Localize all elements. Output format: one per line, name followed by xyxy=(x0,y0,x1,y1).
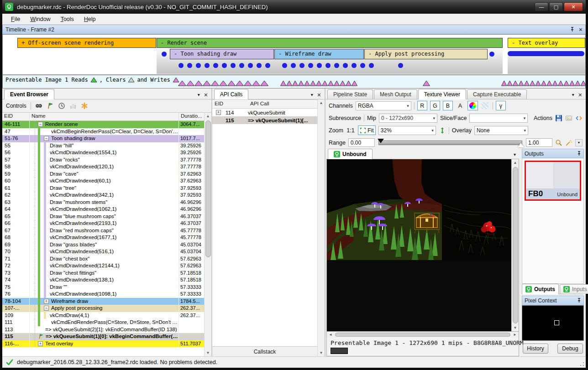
overlay-select[interactable]: None▾ xyxy=(474,126,528,135)
tab-outputs[interactable]: Outputs xyxy=(522,284,559,294)
maximize-button[interactable]: ▢ xyxy=(549,2,563,11)
panel-close-icon[interactable]: × xyxy=(578,93,582,97)
colorwheel-button[interactable] xyxy=(467,101,478,110)
tab-inputs[interactable]: Inputs xyxy=(560,284,588,294)
event-row[interactable]: 75Draw ""57.33333 xyxy=(2,284,204,291)
panel-close-icon[interactable]: × xyxy=(317,93,321,97)
api-call-row[interactable]: 115=> vkQueueSubmit(1)[... xyxy=(212,116,317,124)
timeline-postproc-dots[interactable] xyxy=(398,63,403,68)
pin-icon[interactable] xyxy=(577,151,581,156)
event-row[interactable]: 62vkCmdDrawIndexed(342,1)37.92593 xyxy=(2,192,204,199)
event-row[interactable]: 57Draw "rocks"37.77778 xyxy=(2,156,204,164)
close-button[interactable]: ✕ xyxy=(564,2,583,11)
timeline-bar-offscreen[interactable]: + Off-screen scene rendering xyxy=(17,38,156,48)
range-white-handle[interactable] xyxy=(518,143,524,147)
tab-texture-viewer[interactable]: Texture Viewer xyxy=(418,89,466,99)
fb0-thumbnail[interactable]: FB0 Unbound xyxy=(525,161,581,201)
scroll-left-icon[interactable]: ◄ xyxy=(327,331,334,338)
collapse-toggle[interactable]: − xyxy=(44,136,49,141)
api-call-row[interactable]: +114vkQueueSubmit xyxy=(212,109,317,116)
timeline-bar-postproc[interactable]: - Apply post processing xyxy=(364,49,488,59)
channel-blue-button[interactable]: B xyxy=(443,101,453,110)
texture-canvas[interactable]: ▲ ▼ xyxy=(327,159,519,331)
usage-triangles-single[interactable] xyxy=(423,80,430,88)
minimize-button[interactable]: — xyxy=(535,2,548,11)
event-row[interactable]: 65Draw "blue mushroom caps"46.37037 xyxy=(2,213,204,220)
tab-event-browser[interactable]: Event Browser xyxy=(4,89,54,99)
bookmark-icon[interactable] xyxy=(81,102,88,109)
timeline-event-dot[interactable] xyxy=(231,63,236,68)
event-row[interactable]: 67Draw "red mushroom caps"45.77778 xyxy=(2,227,204,235)
range-slider[interactable] xyxy=(378,140,522,146)
api-table-header[interactable]: EID API Call xyxy=(212,99,317,109)
event-row[interactable]: 58vkCmdDrawIndexed(120,1)37.77778 xyxy=(2,163,204,171)
expand-toggle[interactable]: + xyxy=(216,110,221,115)
event-row[interactable]: 76vkCmdDrawIndexed(1098,1)57.33333 xyxy=(2,291,204,298)
scroll-down-icon[interactable]: ▼ xyxy=(512,324,519,331)
event-row[interactable]: 64vkCmdDrawIndexed(1062,1)46.96296 xyxy=(2,206,204,213)
texture-list-caret-icon[interactable]: ▾ xyxy=(514,152,516,157)
time-icon[interactable] xyxy=(58,102,65,109)
event-row[interactable]: 47vkCmdBeginRenderPass(C=Clear, D=Clear,… xyxy=(2,128,204,135)
timeline-event-dot[interactable] xyxy=(162,52,167,57)
timeline-event-dot[interactable] xyxy=(398,63,403,68)
event-row[interactable]: 109vkCmdDraw(4,1)262.37... xyxy=(2,312,204,319)
menu-file[interactable]: File xyxy=(7,15,24,24)
event-row[interactable]: 74vkCmdDrawIndexed(138,1)57.18518 xyxy=(2,276,204,284)
event-row[interactable]: 115=> vkQueueSubmit(1)[0]: vkBeginComman… xyxy=(2,333,204,340)
timeline-event-dot[interactable] xyxy=(239,63,244,68)
range-min-input[interactable]: 0.00 xyxy=(348,138,375,147)
pin-icon[interactable] xyxy=(577,298,581,303)
panel-menu-caret-icon[interactable]: ▾ xyxy=(198,92,200,97)
event-row[interactable]: 63Draw "mushroom stems"46.96296 xyxy=(2,199,204,206)
timeline-event-dot[interactable] xyxy=(196,63,201,68)
timeline-track[interactable]: + Off-screen scene rendering - Render sc… xyxy=(3,35,585,75)
event-browser-scrollbar[interactable]: ▲ ▼ xyxy=(204,113,211,356)
scroll-down-icon[interactable]: ▼ xyxy=(318,349,325,356)
mip-select[interactable]: 0 - 1272x690▾ xyxy=(379,114,437,123)
event-row[interactable]: 116-...+Text overlay511.7037 xyxy=(2,340,204,348)
collapse-toggle[interactable]: − xyxy=(38,122,43,127)
timeline-event-dot[interactable] xyxy=(489,52,494,57)
event-row[interactable]: 113=> vkQueueSubmit(2)[1]: vkEndCommandB… xyxy=(2,326,204,334)
menu-window[interactable]: Window xyxy=(26,15,54,24)
event-row[interactable]: 71Draw "chest box"57.62963 xyxy=(2,255,204,263)
gamma-button[interactable]: γ xyxy=(496,101,506,110)
open-code-icon[interactable] xyxy=(575,115,583,122)
menu-tools[interactable]: Tools xyxy=(57,15,78,24)
event-row[interactable]: 68vkCmdDrawIndexed(1677,1)45.77778 xyxy=(2,234,204,241)
event-row[interactable]: 46-111−Render scene3064.7... xyxy=(2,121,204,128)
timeline-toon-dots[interactable] xyxy=(178,63,270,68)
fit-button[interactable]: Fit xyxy=(358,125,376,135)
scroll-down-icon[interactable]: ▼ xyxy=(205,349,212,356)
pixel-context-view[interactable] xyxy=(522,305,584,341)
timeline-event-dot[interactable] xyxy=(317,63,322,68)
tab-pipeline-state[interactable]: Pipeline State xyxy=(327,89,373,99)
scroll-up-icon[interactable]: ▲ xyxy=(205,113,212,120)
timeline-event-dot[interactable] xyxy=(291,63,296,68)
tab-unbound-texture[interactable]: Unbound xyxy=(328,149,373,159)
panel-close-icon[interactable]: × xyxy=(204,93,208,97)
range-max-input[interactable]: 1.00 xyxy=(526,138,552,147)
timeline-event-dot[interactable] xyxy=(308,63,313,68)
scroll-thumb[interactable] xyxy=(335,333,510,337)
usage-triangles-group2[interactable] xyxy=(280,80,357,88)
timeline-event-dot[interactable] xyxy=(187,63,192,68)
event-row[interactable]: 60vkCmdDrawIndexed(60,1)37.62963 xyxy=(2,177,204,185)
timeline-event-dot[interactable] xyxy=(222,63,227,68)
timeline-bar-wireframe[interactable]: - Wireframe draw xyxy=(274,49,364,59)
event-row[interactable]: 107-...−Apply post processing262.37... xyxy=(2,305,204,312)
timeline-text-overlay-events-bar[interactable] xyxy=(508,51,584,56)
flip-vertical-icon[interactable] xyxy=(439,127,446,134)
timeline-close-icon[interactable]: × xyxy=(579,27,583,32)
zoom-percent-select[interactable]: 32%▾ xyxy=(378,126,436,135)
autorange-wand-icon[interactable] xyxy=(565,139,572,146)
channel-alpha-button[interactable]: A xyxy=(456,101,465,110)
timeline-event-dot[interactable] xyxy=(248,63,253,68)
tab-capture-executable[interactable]: Capture Executable xyxy=(467,89,527,99)
event-row[interactable]: 70vkCmdDrawIndexed(516,1)45.03704 xyxy=(2,248,204,255)
timeline-event-dot[interactable] xyxy=(334,63,339,68)
scroll-up-icon[interactable]: ▲ xyxy=(318,99,325,106)
channel-red-button[interactable]: R xyxy=(417,101,427,110)
timeline-event-dot[interactable] xyxy=(205,63,210,68)
